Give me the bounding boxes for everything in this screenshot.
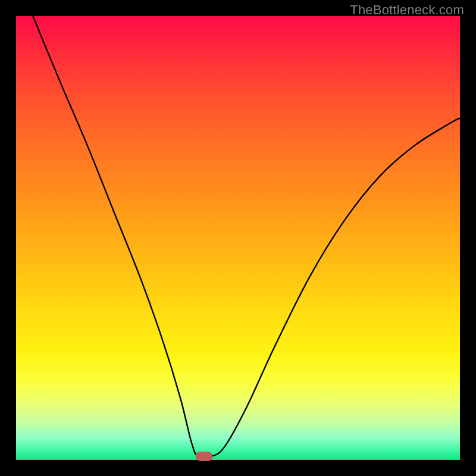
bottleneck-curve [33,16,460,458]
plot-area [16,16,460,460]
watermark-text: TheBottleneck.com [350,2,464,18]
optimal-marker [196,452,212,461]
chart-frame: TheBottleneck.com [0,0,476,476]
curve-svg [16,16,460,460]
